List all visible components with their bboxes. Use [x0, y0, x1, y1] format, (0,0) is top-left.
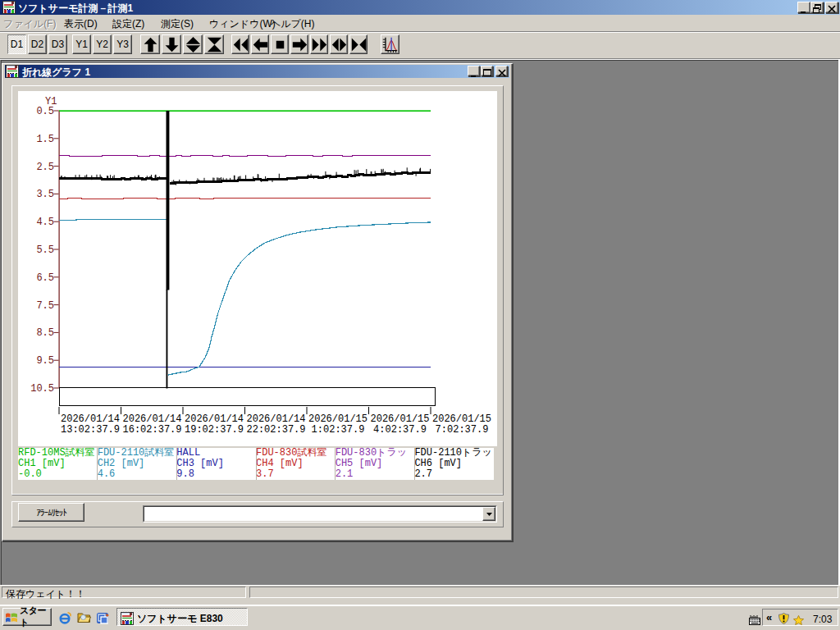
- svg-text:7:02:37.9: 7:02:37.9: [436, 424, 489, 436]
- svg-text:2026/01/14: 2026/01/14: [61, 413, 120, 425]
- svg-text:6.5: 6.5: [36, 272, 54, 284]
- svg-text:2026/01/14: 2026/01/14: [247, 413, 306, 425]
- svg-text:2.5: 2.5: [36, 162, 54, 173]
- svg-text:9.5: 9.5: [36, 355, 54, 367]
- svg-text:0.5: 0.5: [36, 106, 54, 117]
- svg-text:22:02:37.9: 22:02:37.9: [247, 424, 306, 436]
- svg-text:13:02:37.9: 13:02:37.9: [61, 424, 120, 436]
- svg-text:10.5: 10.5: [30, 383, 54, 395]
- svg-text:8.5: 8.5: [36, 327, 54, 339]
- svg-text:7.5: 7.5: [36, 300, 54, 312]
- svg-text:2026/01/14: 2026/01/14: [123, 413, 182, 425]
- svg-text:3.5: 3.5: [36, 189, 54, 200]
- svg-text:4:02:37.9: 4:02:37.9: [373, 424, 427, 436]
- svg-text:2026/01/15: 2026/01/15: [371, 413, 430, 425]
- svg-text:5.5: 5.5: [36, 244, 54, 256]
- svg-text:19:02:37.9: 19:02:37.9: [185, 424, 244, 436]
- svg-text:1.5: 1.5: [36, 134, 54, 145]
- svg-text:2026/01/14: 2026/01/14: [185, 413, 244, 425]
- svg-text:2026/01/15: 2026/01/15: [432, 413, 491, 425]
- svg-text:16:02:37.9: 16:02:37.9: [123, 424, 182, 436]
- svg-text:1:02:37.9: 1:02:37.9: [312, 424, 365, 436]
- svg-text:2026/01/15: 2026/01/15: [308, 413, 368, 425]
- svg-text:4.5: 4.5: [36, 217, 54, 228]
